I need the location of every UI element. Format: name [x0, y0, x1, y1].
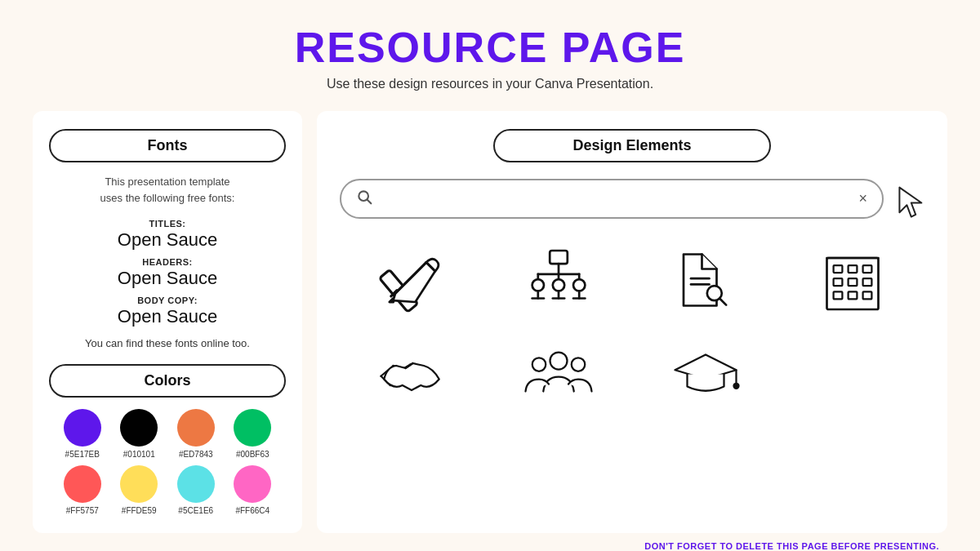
color-hex-purple: #5E17EB — [65, 450, 100, 459]
icon-pencil — [348, 243, 475, 317]
icon-handshake — [348, 336, 475, 410]
right-panel: Design Elements × — [317, 111, 947, 533]
color-item-orange: #ED7843 — [171, 409, 221, 459]
color-swatch-cyan — [177, 465, 215, 503]
color-item-purple: #5E17EB — [57, 409, 108, 459]
main-content: Fonts This presentation templateuses the… — [0, 111, 980, 533]
icon-group-people — [495, 336, 622, 410]
svg-point-12 — [532, 279, 544, 291]
icon-org-chart — [495, 243, 622, 317]
fonts-note: You can find these fonts online too. — [49, 337, 286, 349]
svg-point-37 — [550, 353, 568, 370]
font-label-bodycopy: BODY COPY: — [49, 295, 286, 305]
page-title: RESOURCE PAGE — [295, 23, 686, 72]
font-entry-headers: HEADERS: Open Sauce — [49, 257, 286, 289]
svg-line-1 — [368, 200, 372, 204]
icon-document-search — [642, 243, 769, 317]
icons-grid — [340, 243, 924, 410]
color-swatch-pink — [234, 465, 271, 503]
fonts-label: Fonts — [49, 129, 286, 162]
svg-point-14 — [573, 279, 585, 291]
page-header: RESOURCE PAGE Use these design resources… — [295, 0, 686, 100]
svg-point-38 — [532, 358, 546, 371]
font-name-titles: Open Sauce — [49, 229, 286, 251]
color-swatch-yellow — [120, 465, 158, 503]
color-item-cyan: #5CE1E6 — [171, 465, 221, 515]
color-hex-green: #00BF63 — [236, 450, 270, 459]
color-item-pink: #FF66C4 — [228, 465, 278, 515]
color-hex-cyan: #5CE1E6 — [178, 506, 213, 515]
fonts-description: This presentation templateuses the follo… — [49, 174, 286, 206]
color-item-red: #FF5757 — [57, 465, 108, 515]
svg-rect-32 — [863, 278, 872, 286]
font-entry-titles: TITLES: Open Sauce — [49, 219, 286, 251]
icon-building — [789, 243, 916, 317]
color-hex-yellow: #FFDE59 — [122, 506, 157, 515]
svg-rect-27 — [834, 265, 843, 273]
color-hex-red: #FF5757 — [66, 506, 99, 515]
color-item-green: #00BF63 — [228, 409, 278, 459]
color-swatch-red — [64, 465, 101, 503]
color-swatch-purple — [64, 409, 101, 447]
color-grid: #5E17EB #010101 #ED7843 #00BF63 #FF5757 — [49, 409, 286, 515]
font-name-headers: Open Sauce — [49, 268, 286, 289]
left-panel: Fonts This presentation templateuses the… — [33, 111, 302, 533]
icon-graduation-cap — [642, 336, 769, 410]
color-swatch-green — [234, 409, 271, 447]
svg-rect-30 — [834, 278, 843, 286]
design-elements-label: Design Elements — [493, 129, 771, 162]
svg-rect-35 — [863, 291, 872, 299]
color-swatch-black — [120, 409, 158, 447]
color-item-black: #010101 — [114, 409, 165, 459]
font-entry-bodycopy: BODY COPY: Open Sauce — [49, 295, 286, 327]
search-bar[interactable]: × — [340, 179, 884, 219]
svg-point-39 — [572, 358, 586, 371]
font-label-titles: TITLES: — [49, 219, 286, 229]
colors-section: Colors #5E17EB #010101 #ED7843 #00BF63 — [49, 364, 286, 515]
svg-rect-33 — [834, 291, 843, 299]
page-subtitle: Use these design resources in your Canva… — [295, 77, 686, 91]
svg-rect-6 — [550, 251, 568, 264]
color-swatch-orange — [177, 409, 215, 447]
svg-line-24 — [719, 299, 726, 305]
svg-rect-34 — [849, 291, 858, 299]
color-hex-pink: #FF66C4 — [235, 506, 270, 515]
svg-point-42 — [734, 384, 739, 389]
svg-rect-31 — [849, 278, 858, 286]
cursor-icon — [895, 184, 924, 214]
search-clear-icon[interactable]: × — [858, 190, 867, 207]
svg-rect-29 — [863, 265, 872, 273]
color-hex-orange: #ED7843 — [179, 450, 213, 459]
svg-rect-28 — [849, 265, 858, 273]
svg-point-13 — [553, 279, 564, 291]
search-input[interactable] — [381, 192, 850, 207]
color-hex-black: #010101 — [123, 450, 155, 459]
font-label-headers: HEADERS: — [49, 257, 286, 267]
search-bar-container: × — [340, 179, 924, 219]
colors-label: Colors — [49, 364, 286, 398]
search-icon — [356, 189, 372, 209]
color-item-yellow: #FFDE59 — [114, 465, 165, 515]
font-name-bodycopy: Open Sauce — [49, 306, 286, 327]
bottom-note: DON'T FORGET TO DELETE THIS PAGE BEFORE … — [0, 533, 980, 551]
